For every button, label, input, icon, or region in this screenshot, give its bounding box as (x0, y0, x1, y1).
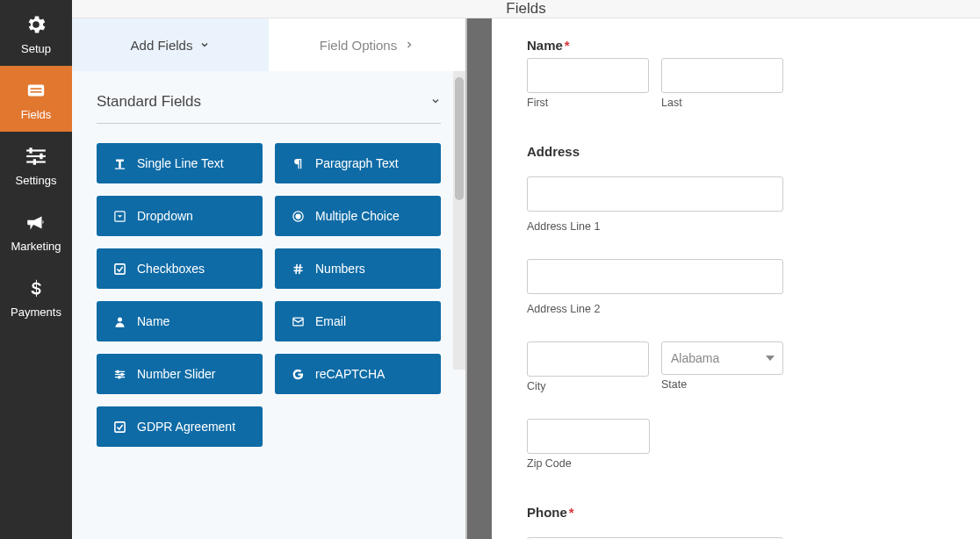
field-label: Email (315, 314, 346, 328)
caret-square-icon (112, 209, 126, 223)
svg-point-24 (120, 373, 123, 376)
chevron-right-icon (404, 38, 414, 53)
panel-body: Standard Fields Single Line Text Para (72, 71, 465, 539)
sidebar-item-payments[interactable]: Payments (0, 263, 72, 329)
sidebar-item-marketing[interactable]: Marketing (0, 198, 72, 263)
sidebar-item-setup[interactable]: Setup (0, 0, 72, 66)
sliders-h-icon (112, 367, 126, 381)
field-gdpr-agreement[interactable]: GDPR Agreement (97, 406, 263, 447)
chevron-down-icon (766, 356, 775, 361)
field-numbers[interactable]: Numbers (275, 248, 441, 289)
sidebar-item-fields[interactable]: Fields (0, 66, 72, 132)
field-grid: Single Line Text Paragraph Text Dropdown (97, 143, 441, 447)
hash-icon (291, 262, 305, 276)
row-zip: Zip Code (527, 419, 650, 478)
sidebar: Setup Fields Settings Marketing Payments (0, 0, 72, 539)
group-title: Standard Fields (97, 93, 201, 111)
envelope-icon (291, 314, 305, 328)
content: Add Fields Field Options (72, 18, 980, 539)
input-last-name[interactable] (661, 58, 783, 93)
sidebar-item-label: Setup (21, 42, 51, 55)
field-recaptcha[interactable]: reCAPTCHA (275, 354, 441, 394)
tabs: Add Fields Field Options (72, 18, 465, 71)
gutter (467, 18, 492, 539)
sublabel-line2: Address Line 2 (527, 303, 945, 315)
check-square-icon (112, 420, 126, 434)
svg-rect-8 (33, 159, 36, 165)
chevron-down-icon (430, 93, 441, 111)
field-number-slider[interactable]: Number Slider (97, 354, 263, 394)
label-address: Address (527, 144, 945, 159)
bullhorn-icon (24, 210, 48, 234)
svg-point-23 (116, 370, 119, 373)
sublabel-zip: Zip Code (527, 457, 650, 470)
svg-point-12 (296, 214, 300, 219)
group-header[interactable]: Standard Fields (97, 93, 441, 124)
scrollbar[interactable] (453, 71, 465, 370)
sidebar-item-label: Fields (21, 108, 52, 121)
form-preview: Name * First Last Address Address Line 1 (492, 18, 980, 539)
svg-rect-0 (28, 85, 44, 97)
field-email[interactable]: Email (275, 301, 441, 341)
svg-rect-4 (26, 155, 46, 157)
svg-rect-1 (31, 88, 42, 90)
field-name[interactable]: Name (97, 301, 263, 341)
field-multiple-choice[interactable]: Multiple Choice (275, 196, 441, 236)
paragraph-icon (291, 156, 305, 170)
svg-rect-7 (40, 154, 42, 160)
text-icon (112, 156, 126, 170)
input-first-name[interactable] (527, 58, 649, 93)
sidebar-item-label: Settings (16, 174, 57, 187)
required-marker: * (565, 38, 570, 53)
group-standard-fields: Standard Fields Single Line Text Para (72, 71, 465, 447)
required-marker: * (569, 505, 574, 520)
svg-line-16 (296, 263, 297, 273)
sliders-icon (24, 144, 48, 169)
list-icon (24, 78, 48, 103)
field-single-line-text[interactable]: Single Line Text (97, 143, 263, 183)
header: Fields (72, 0, 980, 18)
fields-panel: Add Fields Field Options (72, 18, 467, 539)
google-icon (291, 367, 305, 381)
svg-rect-2 (31, 91, 42, 93)
input-address-line1[interactable] (527, 176, 783, 212)
input-zip[interactable] (527, 419, 650, 454)
tab-label: Field Options (320, 38, 397, 53)
sublabel-first: First (527, 97, 649, 109)
field-label: reCAPTCHA (315, 367, 385, 381)
field-paragraph-text[interactable]: Paragraph Text (275, 143, 441, 183)
field-label: Name (137, 314, 169, 328)
field-label: Multiple Choice (315, 209, 400, 223)
field-checkboxes[interactable]: Checkboxes (97, 248, 263, 289)
label-phone: Phone * (527, 505, 945, 520)
sublabel-state: State (661, 378, 783, 391)
user-icon (112, 314, 126, 328)
row-name: First Last (527, 58, 783, 118)
dollar-icon (24, 276, 48, 300)
input-address-line2[interactable] (527, 259, 783, 294)
sublabel-last: Last (661, 97, 783, 109)
field-label: GDPR Agreement (137, 420, 235, 434)
page-title: Fields (506, 0, 545, 18)
sidebar-item-label: Marketing (11, 240, 61, 253)
field-label: Number Slider (137, 367, 215, 381)
field-label: Dropdown (137, 209, 193, 223)
radio-icon (291, 209, 305, 223)
sidebar-item-label: Payments (11, 305, 61, 319)
row-city-state: City Alabama State (527, 341, 783, 401)
scrollbar-thumb[interactable] (455, 77, 464, 200)
sublabel-city: City (527, 380, 649, 392)
tab-field-options[interactable]: Field Options (269, 18, 465, 71)
svg-rect-6 (29, 147, 32, 154)
input-city[interactable] (527, 341, 649, 377)
sidebar-item-settings[interactable]: Settings (0, 132, 72, 198)
chevron-down-icon (199, 38, 210, 53)
field-label: Paragraph Text (315, 156, 399, 170)
field-label: Single Line Text (137, 156, 224, 170)
field-label: Numbers (315, 262, 365, 276)
svg-point-25 (118, 376, 120, 378)
sublabel-line1: Address Line 1 (527, 220, 945, 233)
tab-add-fields[interactable]: Add Fields (72, 18, 269, 71)
checkbox-icon (112, 262, 126, 276)
field-dropdown[interactable]: Dropdown (97, 196, 263, 236)
